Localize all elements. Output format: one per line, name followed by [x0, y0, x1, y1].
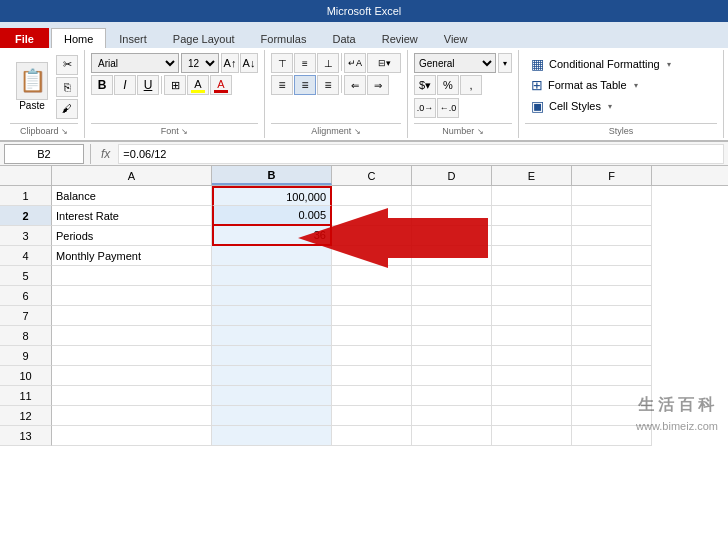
underline-button[interactable]: U	[137, 75, 159, 95]
cell-e13[interactable]	[492, 426, 572, 446]
cell-e3[interactable]	[492, 226, 572, 246]
comma-button[interactable]: ,	[460, 75, 482, 95]
col-header-e[interactable]: E	[492, 166, 572, 185]
paste-button[interactable]: 📋 Paste	[10, 60, 54, 113]
cell-a5[interactable]	[52, 266, 212, 286]
cell-b6[interactable]	[212, 286, 332, 306]
cell-a10[interactable]	[52, 366, 212, 386]
cell-a3[interactable]: Periods	[52, 226, 212, 246]
cell-c5[interactable]	[332, 266, 412, 286]
border-button[interactable]: ⊞	[164, 75, 186, 95]
fill-color-button[interactable]: A	[187, 75, 209, 95]
cell-b7[interactable]	[212, 306, 332, 326]
align-left-button[interactable]: ≡	[271, 75, 293, 95]
cell-d12[interactable]	[412, 406, 492, 426]
cell-c3[interactable]	[332, 226, 412, 246]
cell-e9[interactable]	[492, 346, 572, 366]
cell-a2[interactable]: Interest Rate	[52, 206, 212, 226]
cell-c6[interactable]	[332, 286, 412, 306]
cell-b3[interactable]: 36	[212, 226, 332, 246]
copy-button[interactable]: ⎘	[56, 77, 78, 97]
italic-button[interactable]: I	[114, 75, 136, 95]
cell-f2[interactable]	[572, 206, 652, 226]
cell-d2[interactable]	[412, 206, 492, 226]
cell-e4[interactable]	[492, 246, 572, 266]
cell-a8[interactable]	[52, 326, 212, 346]
cell-b8[interactable]	[212, 326, 332, 346]
cell-e12[interactable]	[492, 406, 572, 426]
currency-button[interactable]: $▾	[414, 75, 436, 95]
cell-c10[interactable]	[332, 366, 412, 386]
cell-b5[interactable]	[212, 266, 332, 286]
cell-b11[interactable]	[212, 386, 332, 406]
cell-c1[interactable]	[332, 186, 412, 206]
cell-d5[interactable]	[412, 266, 492, 286]
cell-d11[interactable]	[412, 386, 492, 406]
cell-e8[interactable]	[492, 326, 572, 346]
cell-a1[interactable]: Balance	[52, 186, 212, 206]
cell-f3[interactable]	[572, 226, 652, 246]
cell-c4[interactable]	[332, 246, 412, 266]
decrease-font-button[interactable]: A↓	[240, 53, 258, 73]
cell-c9[interactable]	[332, 346, 412, 366]
cell-e2[interactable]	[492, 206, 572, 226]
tab-review[interactable]: Review	[369, 28, 431, 48]
cell-c8[interactable]	[332, 326, 412, 346]
cell-b12[interactable]	[212, 406, 332, 426]
cell-d6[interactable]	[412, 286, 492, 306]
cell-e10[interactable]	[492, 366, 572, 386]
increase-indent-button[interactable]: ⇒	[367, 75, 389, 95]
increase-decimal-button[interactable]: .0→	[414, 98, 436, 118]
tab-page-layout[interactable]: Page Layout	[160, 28, 248, 48]
merge-button[interactable]: ⊟▾	[367, 53, 401, 73]
cell-d10[interactable]	[412, 366, 492, 386]
cell-a7[interactable]	[52, 306, 212, 326]
bold-button[interactable]: B	[91, 75, 113, 95]
cell-d13[interactable]	[412, 426, 492, 446]
cell-f4[interactable]	[572, 246, 652, 266]
align-middle-button[interactable]: ≡	[294, 53, 316, 73]
decrease-indent-button[interactable]: ⇐	[344, 75, 366, 95]
cell-b2[interactable]: 0.005	[212, 206, 332, 226]
cell-a11[interactable]	[52, 386, 212, 406]
cell-c2[interactable]	[332, 206, 412, 226]
cell-f8[interactable]	[572, 326, 652, 346]
cell-a4[interactable]: Monthly Payment	[52, 246, 212, 266]
formula-input[interactable]: =0.06/12	[118, 144, 724, 164]
cell-a12[interactable]	[52, 406, 212, 426]
cell-c13[interactable]	[332, 426, 412, 446]
tab-view[interactable]: View	[431, 28, 481, 48]
cell-b4[interactable]	[212, 246, 332, 266]
font-name-select[interactable]: Arial	[91, 53, 179, 73]
cell-f6[interactable]	[572, 286, 652, 306]
cell-f1[interactable]	[572, 186, 652, 206]
align-top-button[interactable]: ⊤	[271, 53, 293, 73]
cell-e7[interactable]	[492, 306, 572, 326]
align-right-button[interactable]: ≡	[317, 75, 339, 95]
font-size-select[interactable]: 12	[181, 53, 219, 73]
name-box[interactable]: B2	[4, 144, 84, 164]
cell-c11[interactable]	[332, 386, 412, 406]
percent-button[interactable]: %	[437, 75, 459, 95]
cell-b10[interactable]	[212, 366, 332, 386]
cell-c7[interactable]	[332, 306, 412, 326]
cell-e11[interactable]	[492, 386, 572, 406]
font-color-button[interactable]: A	[210, 75, 232, 95]
cell-d9[interactable]	[412, 346, 492, 366]
cell-f9[interactable]	[572, 346, 652, 366]
tab-file[interactable]: File	[0, 28, 49, 48]
cell-e5[interactable]	[492, 266, 572, 286]
increase-font-button[interactable]: A↑	[221, 53, 239, 73]
format-as-table-button[interactable]: ⊞ Format as Table ▾	[525, 75, 717, 95]
tab-home[interactable]: Home	[51, 28, 106, 48]
cell-f5[interactable]	[572, 266, 652, 286]
conditional-formatting-button[interactable]: ▦ Conditional Formatting ▾	[525, 54, 717, 74]
cell-d4[interactable]	[412, 246, 492, 266]
cell-e1[interactable]	[492, 186, 572, 206]
cell-d1[interactable]	[412, 186, 492, 206]
cell-styles-button[interactable]: ▣ Cell Styles ▾	[525, 96, 717, 116]
wrap-text-button[interactable]: ↵A	[344, 53, 366, 73]
format-painter-button[interactable]: 🖌	[56, 99, 78, 119]
cell-b1[interactable]: 100,000	[212, 186, 332, 206]
tab-data[interactable]: Data	[319, 28, 368, 48]
